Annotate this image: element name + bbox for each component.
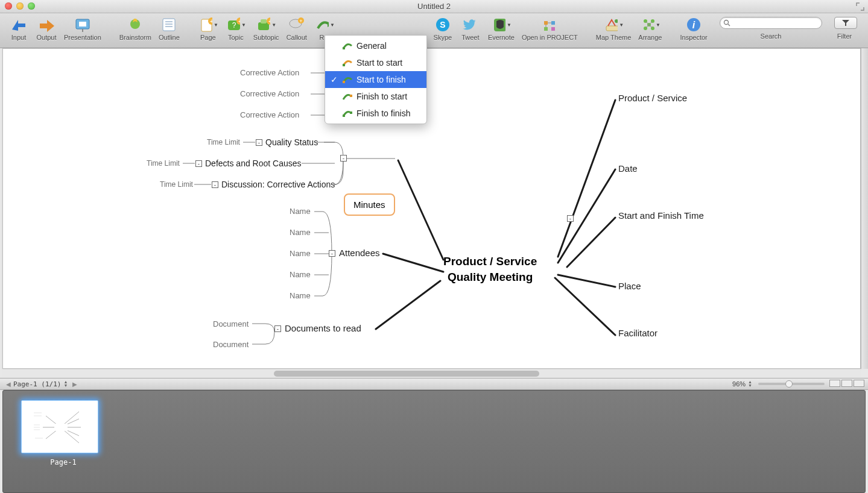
product-service-topic[interactable]: Product / Service <box>618 93 687 103</box>
start-finish-time-topic[interactable]: Start and Finish Time <box>618 210 704 221</box>
callout-icon: + <box>287 16 307 34</box>
time-limit-2[interactable]: Time Limit <box>147 159 180 168</box>
brainstorm-icon <box>125 16 145 34</box>
discussion-corrective-actions[interactable]: Discussion: Corrective Actions <box>221 180 335 189</box>
dropdown-item-general[interactable]: ✓ General <box>325 37 426 54</box>
attendee-1[interactable]: Name <box>290 207 311 216</box>
input-button[interactable]: Input <box>5 13 33 41</box>
facilitator-topic[interactable]: Facilitator <box>618 328 657 338</box>
thumbnail-caption: Page-1 <box>21 458 106 466</box>
svg-rect-32 <box>606 26 618 31</box>
corrective-action-2[interactable]: Corrective Action <box>240 89 299 98</box>
next-page-button[interactable]: ▶ <box>72 381 77 388</box>
documents-topic[interactable]: Documents to read <box>285 323 361 333</box>
quality-status[interactable]: Quality Status <box>265 137 318 147</box>
document-1[interactable]: Document <box>213 319 249 328</box>
collapse-toggle[interactable]: - <box>212 181 218 188</box>
document-2[interactable]: Document <box>213 340 249 349</box>
minimize-window-button[interactable] <box>16 2 24 10</box>
presentation-button[interactable]: Presentation <box>60 13 105 41</box>
collapse-toggle[interactable]: - <box>340 155 347 162</box>
fullscreen-icon[interactable] <box>856 2 864 11</box>
skype-button[interactable]: S Skype <box>429 13 457 41</box>
outline-icon <box>159 16 179 34</box>
relation-dropdown-menu: ✓ General ✓ Start to start ✓ Start to fi… <box>325 35 427 124</box>
collapse-toggle[interactable]: - <box>195 160 202 167</box>
attendee-3[interactable]: Name <box>290 249 311 258</box>
svg-rect-47 <box>343 47 345 49</box>
dropdown-item-finish-to-finish[interactable]: ✓ Finish to finish <box>325 105 426 122</box>
svg-point-20 <box>291 28 294 31</box>
svg-line-60 <box>376 281 440 329</box>
relation-ff-icon <box>342 108 353 119</box>
open-in-project-icon <box>539 16 560 34</box>
presentation-icon <box>72 16 93 34</box>
corrective-action-3[interactable]: Corrective Action <box>240 110 299 119</box>
page-button[interactable]: +▼ Page <box>194 13 222 41</box>
search-input[interactable] <box>720 17 822 29</box>
zoom-slider[interactable] <box>758 383 825 385</box>
arrange-button[interactable]: ▼ Arrange <box>635 13 665 41</box>
attendees-topic[interactable]: Attendees <box>339 248 380 258</box>
vertical-scrollbar[interactable] <box>861 48 868 369</box>
svg-rect-4 <box>163 19 175 31</box>
collapse-toggle[interactable]: - <box>274 325 281 332</box>
output-button[interactable]: Output <box>33 13 60 41</box>
outline-button[interactable]: Outline <box>155 13 183 41</box>
page-stepper[interactable]: ▲▼ <box>63 380 68 388</box>
date-topic[interactable]: Date <box>618 163 638 174</box>
open-in-project-button[interactable]: Open in PROJECT <box>518 13 581 41</box>
svg-text:i: i <box>692 20 695 30</box>
brainstorm-button[interactable]: Brainstorm <box>116 13 155 41</box>
svg-rect-49 <box>343 81 345 83</box>
svg-rect-50 <box>350 95 352 97</box>
collapse-toggle[interactable]: - <box>567 215 574 222</box>
minutes-topic[interactable]: Minutes <box>344 193 395 216</box>
place-topic[interactable]: Place <box>618 281 641 291</box>
filter-button[interactable] <box>834 17 857 29</box>
inspector-button[interactable]: i Inspector <box>676 13 711 41</box>
search-icon <box>723 19 730 27</box>
horizontal-scrollbar[interactable] <box>2 369 861 378</box>
map-theme-button[interactable]: ▼ Map Theme <box>592 13 635 41</box>
center-topic[interactable]: Product / Service Quality Meeting <box>443 254 537 284</box>
topic-button[interactable]: ?+▼ Topic <box>222 13 250 41</box>
time-limit-3[interactable]: Time Limit <box>160 180 193 189</box>
dropdown-item-finish-to-start[interactable]: ✓ Finish to start <box>325 88 426 105</box>
time-limit-1[interactable]: Time Limit <box>207 138 240 146</box>
svg-rect-51 <box>343 115 345 117</box>
svg-line-58 <box>555 278 615 335</box>
subtopic-button[interactable]: +▼ Subtopic <box>250 13 283 41</box>
tweet-button[interactable]: Tweet <box>457 13 484 41</box>
map-theme-icon: ▼ <box>603 16 624 34</box>
svg-rect-28 <box>544 27 548 31</box>
page-status-bar: ◀ Page-1 (1/1) ▲▼ ▶ 96% ▲▼ <box>0 378 868 390</box>
callout-button[interactable]: + Callout <box>283 13 311 41</box>
canvas[interactable]: Product / Service Quality Meeting Minute… <box>2 48 861 369</box>
zoom-stepper[interactable]: ▲▼ <box>748 380 752 388</box>
arrange-icon: ▼ <box>640 16 661 34</box>
evernote-button[interactable]: ▼ Evernote <box>484 13 518 41</box>
corrective-action-1[interactable]: Corrective Action <box>240 68 299 77</box>
defects-root-causes[interactable]: Defects and Root Causes <box>205 159 302 168</box>
close-window-button[interactable] <box>5 2 12 10</box>
dropdown-item-start-to-start[interactable]: ✓ Start to start <box>325 54 426 71</box>
relation-ss-icon <box>342 57 353 68</box>
prev-page-button[interactable]: ◀ <box>6 381 11 388</box>
svg-rect-1 <box>79 22 86 27</box>
collapse-toggle[interactable]: - <box>329 250 335 257</box>
attendee-4[interactable]: Name <box>290 270 311 279</box>
collapse-toggle[interactable]: - <box>256 139 262 146</box>
page-thumbnail-1[interactable]: Page-1 <box>21 400 106 466</box>
svg-line-46 <box>728 24 730 26</box>
view-mode-buttons[interactable] <box>828 380 864 388</box>
output-icon <box>36 16 57 34</box>
zoom-window-button[interactable] <box>28 2 35 10</box>
svg-line-59 <box>383 254 443 272</box>
attendee-2[interactable]: Name <box>290 228 311 237</box>
relation-sf-icon <box>342 74 353 85</box>
dropdown-item-start-to-finish[interactable]: ✓ Start to finish <box>325 71 426 88</box>
attendee-5[interactable]: Name <box>290 291 311 300</box>
svg-rect-27 <box>551 21 555 25</box>
thumbnail-preview <box>21 400 98 453</box>
